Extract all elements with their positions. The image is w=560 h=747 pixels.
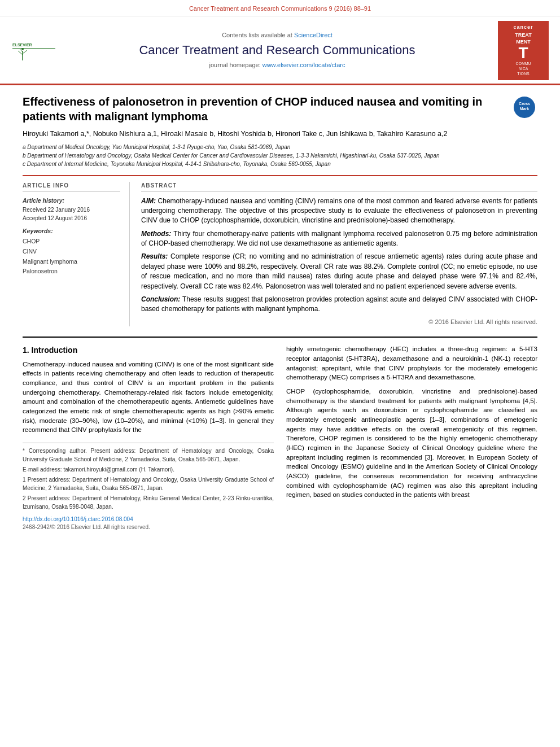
keyword-palonosetron: Palonosetron: [23, 267, 120, 277]
journal-homepage: journal homepage: www.elsevier.com/locat…: [63, 61, 491, 69]
crossmark-icon: Cross Mark: [514, 97, 535, 118]
main-body: 1. Introduction Chemotherapy-induced nau…: [23, 337, 537, 532]
methods-text: Thirty four chemotherapy-naïve patients …: [141, 230, 537, 247]
svg-text:Mark: Mark: [520, 107, 529, 111]
citation-text: Cancer Treatment and Research Communicat…: [189, 5, 371, 12]
authors: Hiroyuki Takamori a,*, Nobuko Nishiura a…: [23, 128, 537, 139]
abstract-label: ABSTRACT: [141, 182, 537, 192]
keyword-chop: CHOP: [23, 237, 120, 247]
aim-label: AIM:: [141, 197, 156, 205]
svg-text:ELSEVIER: ELSEVIER: [12, 43, 32, 47]
article-content: Effectiveness of palonosetron in prevent…: [0, 85, 560, 543]
history-label: Article history:: [23, 196, 120, 205]
journal-title: Cancer Treatment and Research Communicat…: [63, 42, 491, 59]
crossmark-badge: Cross Mark: [514, 97, 537, 118]
journal-header: ELSEVIER Contents lists available at Sci…: [0, 16, 560, 85]
keyword-cinv: CINV: [23, 247, 120, 257]
article-info-label: ARTICLE INFO: [23, 182, 120, 192]
abstract-results: Results: Complete response (CR; no vomit…: [141, 252, 537, 291]
right-para1: highly emetogenic chemotherapy (HEC) inc…: [286, 344, 537, 382]
keywords-label: Keywords:: [23, 227, 120, 235]
footnote-email-link[interactable]: takamori.hiroyuki@gmail.com: [63, 466, 137, 473]
doi-link[interactable]: http://dx.doi.org/10.1016/j.ctarc.2016.0…: [23, 516, 274, 524]
footnote-1: 1 Present address: Department of Hematol…: [23, 475, 274, 492]
keywords: CHOP CINV Malignant lymphoma Palonosetro…: [23, 237, 120, 277]
aim-text: Chemotherapy-induced nausea and vomiting…: [141, 197, 537, 225]
contents-line: Contents lists available at ScienceDirec…: [63, 31, 491, 40]
intro-heading: 1. Introduction: [23, 344, 274, 356]
footnote-corresponding: * Corresponding author. Present address:…: [23, 447, 274, 464]
footnote-2: 2 Present address: Department of Hematol…: [23, 494, 274, 511]
results-text: Complete response (CR; no vomiting and n…: [141, 252, 537, 290]
abstract-methods: Methods: Thirty four chemotherapy-naïve …: [141, 229, 537, 249]
accepted-date: Accepted 12 August 2016: [23, 214, 120, 222]
results-label: Results:: [141, 252, 168, 260]
abstract-col: ABSTRACT AIM: Chemotherapy-induced nause…: [141, 182, 537, 327]
sciencedirect-link[interactable]: ScienceDirect: [294, 32, 333, 38]
svg-line-5: [23, 50, 27, 54]
issn-line: 2468-2942/© 2016 Elsevier Ltd. All right…: [23, 523, 274, 532]
body-col-left: 1. Introduction Chemotherapy-induced nau…: [23, 344, 274, 532]
journal-center: Contents lists available at ScienceDirec…: [63, 31, 491, 70]
cancer-logo-box: cancer TREAT MENT T COMMU NICA TIONS: [498, 21, 549, 80]
svg-rect-0: [11, 35, 56, 63]
article-title-section: Effectiveness of palonosetron in prevent…: [23, 94, 537, 124]
keyword-lymphoma: Malignant lymphoma: [23, 257, 120, 267]
svg-rect-2: [12, 48, 55, 49]
footnote-email: E-mail address: takamori.hiroyuki@gmail.…: [23, 465, 274, 474]
affiliation-c: c Department of Internal Medicine, Toyon…: [23, 160, 537, 168]
affiliations: a Department of Medical Oncology, Yao Mu…: [23, 143, 537, 168]
abstract-aim: AIM: Chemotherapy-induced nausea and vom…: [141, 196, 537, 226]
journal-url[interactable]: www.elsevier.com/locate/ctarc: [262, 62, 345, 68]
svg-point-7: [21, 48, 24, 50]
affiliation-a: a Department of Medical Oncology, Yao Mu…: [23, 143, 537, 151]
conclusion-label: Conclusion:: [141, 295, 180, 303]
article-title: Effectiveness of palonosetron in prevent…: [23, 94, 508, 124]
two-col-body: 1. Introduction Chemotherapy-induced nau…: [23, 344, 537, 532]
footnotes: * Corresponding author. Present address:…: [23, 443, 274, 511]
body-col-right: highly emetogenic chemotherapy (HEC) inc…: [286, 344, 537, 532]
article-body: ARTICLE INFO Article history: Received 2…: [23, 175, 537, 327]
article-info-col: ARTICLE INFO Article history: Received 2…: [23, 182, 130, 327]
right-para2: CHOP (cyclophosphamide, doxorubicin, vin…: [286, 387, 537, 500]
page-wrapper: Cancer Treatment and Research Communicat…: [0, 0, 560, 543]
top-bar: Cancer Treatment and Research Communicat…: [0, 0, 560, 16]
conclusion-text: These results suggest that palonosetron …: [141, 295, 537, 313]
copyright: © 2016 Elsevier Ltd. All rights reserved…: [141, 318, 537, 326]
elsevier-logo: ELSEVIER: [11, 35, 56, 66]
svg-text:Cross: Cross: [519, 102, 530, 106]
received-date: Received 22 January 2016: [23, 206, 120, 214]
logo-big-t: T: [500, 45, 546, 61]
methods-label: Methods:: [141, 230, 171, 238]
abstract-conclusion: Conclusion: These results suggest that p…: [141, 295, 537, 314]
intro-para1: Chemotherapy-induced nausea and vomiting…: [23, 360, 274, 435]
affiliation-b: b Department of Hematology and Oncology,…: [23, 151, 537, 160]
